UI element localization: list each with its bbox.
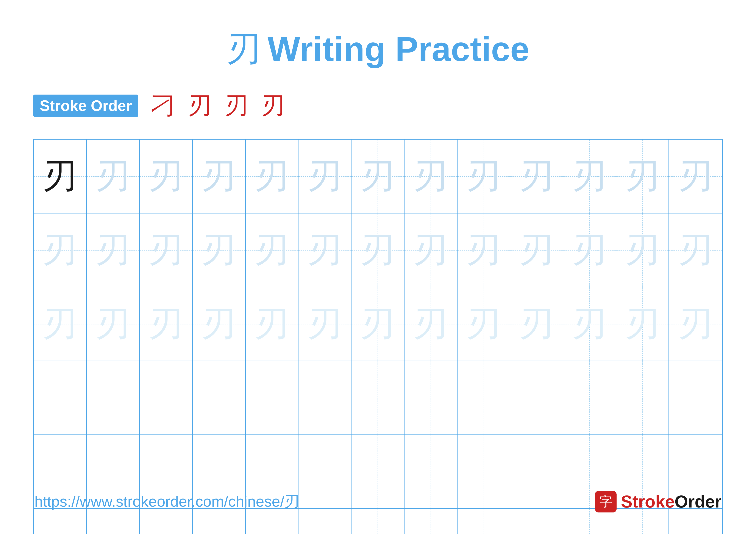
grid-cell[interactable]: 刃 (405, 140, 458, 213)
grid-cell[interactable]: 刃 (193, 140, 246, 213)
grid-cell[interactable]: 刃 (246, 287, 299, 361)
grid-cell[interactable] (563, 361, 616, 435)
grid-cell[interactable] (669, 361, 722, 435)
char-ghost: 刃 (466, 301, 501, 347)
title-area: 刃 Writing Practice (227, 26, 529, 72)
footer-logo-icon: 字 (595, 491, 617, 513)
page: 刃 Writing Practice Stroke Order 刁 刃 刃 刃 … (0, 0, 756, 534)
grid-cell[interactable]: 刃 (510, 214, 563, 287)
grid-cell[interactable]: 刃 (87, 287, 140, 361)
grid-cell[interactable]: 刃 (616, 140, 669, 213)
stroke-order-badge: Stroke Order (33, 94, 138, 117)
grid-cell[interactable] (140, 361, 193, 435)
stroke-sequence: 刁 刃 刃 刃 (151, 89, 285, 122)
char-ghost: 刃 (202, 301, 236, 347)
grid-cell[interactable]: 刃 (298, 140, 351, 213)
grid-cell[interactable] (616, 361, 669, 435)
grid-cell[interactable] (298, 361, 351, 435)
grid-cell[interactable]: 刃 (193, 287, 246, 361)
grid-cell[interactable]: 刃 (298, 214, 351, 287)
grid-cell[interactable] (510, 509, 563, 534)
grid-cell[interactable]: 刃 (140, 140, 193, 213)
grid-cell[interactable] (458, 509, 511, 534)
char-ghost: 刃 (519, 227, 554, 273)
grid-cell[interactable]: 刃 (616, 214, 669, 287)
char-ghost: 刃 (149, 153, 183, 199)
footer-url-link[interactable]: https://www.strokeorder.com/chinese/刃 (35, 492, 299, 512)
grid-cell[interactable] (34, 509, 87, 534)
grid-cell[interactable] (140, 509, 193, 534)
grid-cell[interactable]: 刃 (616, 287, 669, 361)
grid-cell[interactable]: 刃 (669, 140, 722, 213)
stroke-step-1: 刁 (151, 89, 175, 122)
char-ghost: 刃 (43, 227, 77, 273)
grid-cell[interactable]: 刃 (193, 214, 246, 287)
grid-cell[interactable] (34, 361, 87, 435)
grid-cell[interactable]: 刃 (563, 287, 616, 361)
grid-cell[interactable]: 刃 (246, 214, 299, 287)
grid-cell[interactable]: 刃 (140, 214, 193, 287)
char-ghost: 刃 (413, 227, 448, 273)
grid-cell[interactable] (405, 361, 458, 435)
char-ghost: 刃 (519, 301, 554, 347)
grid-cell[interactable]: 刃 (351, 214, 405, 287)
title-chinese-char: 刃 (227, 26, 261, 72)
grid-cell[interactable] (510, 361, 563, 435)
grid-row-1: 刃 刃 刃 刃 刃 刃 刃 刃 刃 (34, 140, 722, 214)
grid-cell[interactable]: 刃 (405, 287, 458, 361)
grid-cell[interactable]: 刃 (669, 214, 722, 287)
grid-cell[interactable]: 刃 (87, 214, 140, 287)
grid-cell[interactable]: 刃 (34, 214, 87, 287)
grid-cell[interactable] (298, 509, 351, 534)
char-ghost: 刃 (149, 227, 183, 273)
grid-cell[interactable] (351, 361, 405, 435)
char-ghost: 刃 (96, 153, 130, 199)
grid-cell[interactable] (563, 509, 616, 534)
title-english-text: Writing Practice (267, 29, 529, 69)
char-ghost: 刃 (466, 227, 501, 273)
grid-cell[interactable] (616, 509, 669, 534)
char-ghost: 刃 (96, 301, 130, 347)
char-ghost: 刃 (360, 301, 395, 347)
grid-cell[interactable]: 刃 (298, 287, 351, 361)
grid-cell[interactable]: 刃 (563, 214, 616, 287)
grid-cell[interactable]: 刃 (458, 214, 511, 287)
char-ghost: 刃 (572, 153, 607, 199)
grid-cell[interactable] (87, 509, 140, 534)
grid-cell[interactable]: 刃 (563, 140, 616, 213)
grid-cell[interactable] (351, 509, 405, 534)
grid-cell[interactable]: 刃 (510, 140, 563, 213)
grid-cell[interactable]: 刃 (140, 287, 193, 361)
grid-cell[interactable]: 刃 (351, 287, 405, 361)
grid-cell[interactable] (193, 361, 246, 435)
footer-logo-text: StrokeOrder (621, 492, 721, 512)
footer-logo: 字 StrokeOrder (595, 491, 721, 513)
grid-cell[interactable]: 刃 (458, 287, 511, 361)
grid-cell[interactable]: 刃 (669, 287, 722, 361)
stroke-step-2: 刃 (188, 89, 212, 122)
char-ghost: 刃 (572, 227, 607, 273)
grid-cell[interactable] (669, 509, 722, 534)
grid-cell[interactable]: 刃 (34, 287, 87, 361)
grid-cell[interactable]: 刃 (405, 214, 458, 287)
grid-cell[interactable]: 刃 (351, 140, 405, 213)
footer-logo-stroke: Stroke (621, 492, 675, 511)
char-ghost: 刃 (308, 227, 342, 273)
grid-cell[interactable]: 刃 (510, 287, 563, 361)
char-ghost: 刃 (625, 227, 660, 273)
grid-cell[interactable] (246, 509, 299, 534)
grid-row-6 (34, 509, 722, 534)
grid-cell[interactable]: 刃 (246, 140, 299, 213)
grid-cell[interactable]: 刃 (458, 140, 511, 213)
char-ghost: 刃 (255, 227, 289, 273)
grid-cell[interactable] (193, 509, 246, 534)
grid-cell[interactable] (87, 361, 140, 435)
grid-cell[interactable] (246, 361, 299, 435)
grid-cell[interactable] (458, 361, 511, 435)
char-ghost: 刃 (625, 153, 660, 199)
grid-cell[interactable]: 刃 (87, 140, 140, 213)
grid-cell[interactable]: 刃 (34, 140, 87, 213)
practice-grid: 刃 刃 刃 刃 刃 刃 刃 刃 刃 (33, 139, 723, 534)
grid-cell[interactable] (405, 509, 458, 534)
footer-logo-char: 字 (599, 493, 612, 511)
